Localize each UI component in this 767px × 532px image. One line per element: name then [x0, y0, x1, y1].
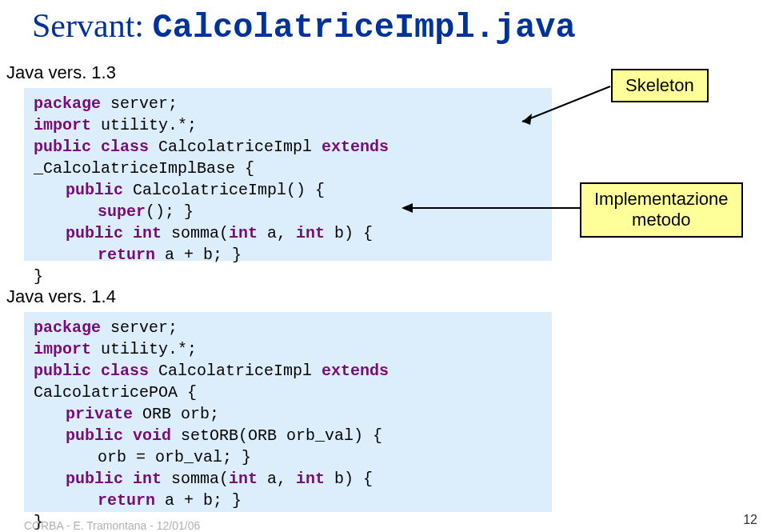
- code-line: public void setORB(ORB orb_val) {: [34, 425, 542, 446]
- code-line: return a + b; }: [34, 490, 542, 511]
- title-filename: CalcolatriceImpl.java: [152, 9, 575, 47]
- code-line: import utility.*;: [34, 114, 542, 136]
- code-line: private ORB orb;: [34, 403, 542, 425]
- code-line: }: [34, 266, 542, 287]
- code-line: super(); }: [34, 201, 542, 222]
- code-line: package server;: [34, 93, 542, 114]
- code-line: import utility.*;: [34, 338, 542, 360]
- code-line: public CalcolatriceImpl() {: [34, 179, 542, 201]
- code-line: public int somma(int a, int b) {: [34, 222, 542, 244]
- footer-text: CORBA - E. Tramontana - 12/01/06: [24, 519, 200, 532]
- version-label-2: Java vers. 1.4: [6, 286, 116, 307]
- code-line: public class CalcolatriceImpl extends _C…: [34, 136, 542, 179]
- code-line: public class CalcolatriceImpl extends Ca…: [34, 360, 542, 403]
- slide-title: Servant: CalcolatriceImpl.java: [0, 0, 767, 47]
- version-label-1: Java vers. 1.3: [6, 62, 116, 83]
- code-line: orb = orb_val; }: [34, 446, 542, 468]
- note-implementation: Implementazione metodo: [580, 182, 743, 238]
- page-number: 12: [743, 513, 757, 527]
- title-prefix: Servant:: [32, 7, 152, 44]
- note-skeleton: Skeleton: [611, 69, 709, 102]
- code-line: return a + b; }: [34, 244, 542, 266]
- code-line: package server;: [34, 317, 542, 338]
- code-line: public int somma(int a, int b) {: [34, 468, 542, 490]
- code-block-1: package server; import utility.*; public…: [24, 88, 552, 261]
- code-block-2: package server; import utility.*; public…: [24, 312, 552, 512]
